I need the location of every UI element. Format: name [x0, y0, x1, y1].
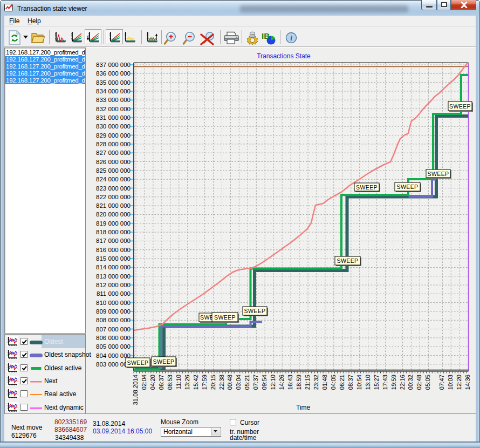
svg-text:IB: IB	[262, 31, 270, 40]
svg-text:i: i	[290, 34, 292, 42]
